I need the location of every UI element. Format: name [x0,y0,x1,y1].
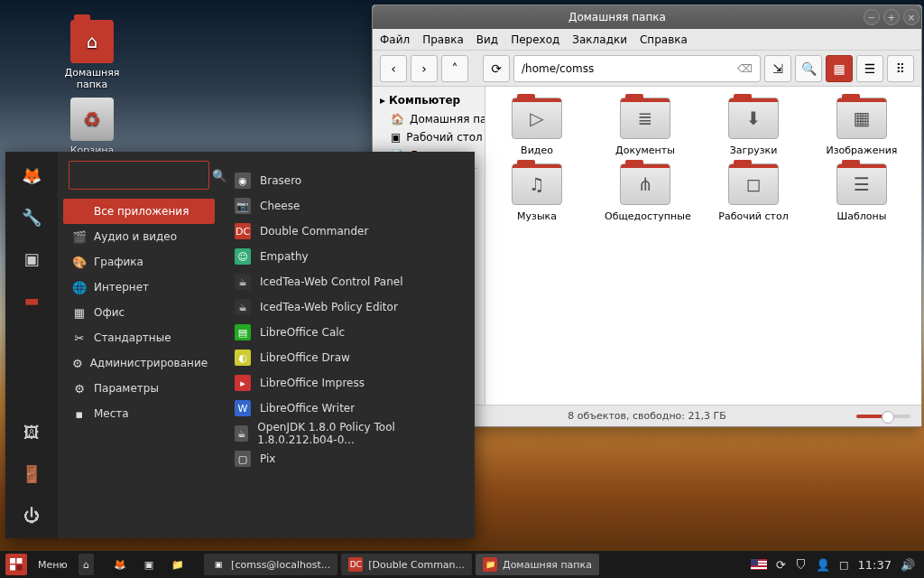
category-item[interactable]: ⚙Параметры [63,376,215,401]
taskbar-task[interactable]: ▣[comss@localhost... [204,554,337,575]
tray-network-icon[interactable]: ◻ [839,558,849,572]
app-item[interactable]: WLibreOffice Writer [226,396,469,421]
category-icon: ✂ [72,331,87,345]
folder-item[interactable]: ☰Шаблоны [821,163,902,222]
terminal-icon[interactable]: ▣ [19,246,44,271]
sidebar-item[interactable]: ▣Рабочий стол [373,128,485,146]
clear-path-icon[interactable]: ⌫ [737,62,753,75]
folder-label: Общедоступные [605,210,686,222]
menu-item[interactable]: Вид [476,33,498,46]
app-icon: ☕ [235,274,251,290]
sidebar-header-computer[interactable]: ▸ Компьютер [373,92,485,110]
app-item[interactable]: ◉Brasero [226,168,469,193]
category-item[interactable]: 🌐Интернет [63,275,215,300]
menu-item[interactable]: Файл [380,33,410,46]
desktop-trash[interactable]: Корзина [56,98,128,156]
path-bar[interactable]: /home/comss ⌫ [513,55,761,82]
desktop-home-folder[interactable]: ⌂ Домашняя папка [56,20,128,90]
close-button[interactable]: × [903,9,919,25]
icon-view-button[interactable]: ▦ [826,55,853,82]
menu-item[interactable]: Справка [640,33,688,46]
taskbar-task[interactable]: 📁Домашняя папка [476,554,599,575]
app-item[interactable]: ☕OpenJDK 1.8.0 Policy Tool 1.8.0.212.b04… [226,421,469,446]
folder-icon: ⋔ [620,163,670,205]
list-view-button[interactable]: ☰ [856,55,883,82]
category-item[interactable]: 🎨Графика [63,249,215,275]
show-desktop-button[interactable]: ⌂ [79,554,94,575]
keyboard-layout-icon[interactable] [751,559,767,570]
folder-icon: ≣ [620,98,670,139]
folder-item[interactable]: ⬇Загрузки [713,98,794,156]
app-item[interactable]: ▸LibreOffice Impress [226,370,469,396]
zoom-slider[interactable] [856,415,910,418]
folder-item[interactable]: ⋔Общедоступные [605,163,686,222]
folder-icon: ▦ [836,98,887,139]
category-item[interactable]: ▦Офис [63,300,215,325]
category-item[interactable]: ⚙Администрирование [63,350,215,376]
app-icon: ▸ [235,375,251,391]
compact-view-button[interactable]: ⠿ [887,55,914,82]
category-item[interactable]: ✂Стандартные [63,325,215,350]
window-titlebar[interactable]: Домашняя папка − + × [373,5,921,29]
file-grid[interactable]: ▷Видео≣Документы⬇Загрузки▦Изображения♫Му… [485,87,921,405]
search-button[interactable]: 🔍 [795,55,822,82]
menu-item[interactable]: Правка [422,33,464,46]
app-item[interactable]: ▤LibreOffice Calc [226,320,469,345]
folder-icon: ▷ [512,98,562,139]
taskbar-task[interactable]: DC[Double Comman... [341,554,472,575]
logout-icon[interactable]: 🚪 [19,461,44,486]
launcher-terminal[interactable]: ▣ [137,554,161,575]
app-icon: DC [235,223,251,239]
toggle-location-button[interactable]: ⇲ [764,55,791,82]
menu-label[interactable]: Меню [31,554,75,575]
app-icon: ☺ [235,248,251,265]
app-item[interactable]: ▢Pix [226,446,469,471]
firefox-icon[interactable]: 🦊 [19,163,44,188]
files-icon[interactable]: ▬ [19,287,44,312]
folder-item[interactable]: ◻Рабочий стол [713,163,794,222]
sidebar-item[interactable]: 🏠Домашняя папка [373,110,485,128]
app-item[interactable]: ☕IcedTea-Web Control Panel [226,269,469,294]
app-icon: ◉ [235,172,251,189]
category-item[interactable]: ▪Места [63,401,215,426]
folder-item[interactable]: ♫Музыка [496,163,578,222]
menu-item[interactable]: Переход [511,33,559,46]
tray-volume-icon[interactable]: 🔊 [901,558,915,572]
tray-user-icon[interactable]: 👤 [816,558,830,572]
launcher-files[interactable]: 📁 [164,554,191,575]
folder-item[interactable]: ≣Документы [605,98,686,156]
task-icon: 📁 [483,557,497,572]
reload-button[interactable]: ⟳ [483,55,510,82]
app-item[interactable]: DCDouble Commander [226,219,469,244]
category-item[interactable]: Все приложения [63,199,215,224]
folder-label: Видео [496,144,578,156]
maximize-button[interactable]: + [883,9,900,25]
app-icon: ☕ [235,299,251,315]
tray-shield-icon[interactable]: ⛉ [795,558,807,572]
category-icon: ▪ [72,406,87,421]
folder-item[interactable]: ▷Видео [496,98,578,156]
clock[interactable]: 11:37 [858,558,892,572]
status-text: 8 объектов, свободно: 21,3 ГБ [568,410,726,422]
up-button[interactable]: ˄ [441,55,468,82]
menu-item[interactable]: Закладки [572,33,627,46]
menu-button[interactable] [5,554,27,575]
favorite-app-icon[interactable]: 🖼 [19,419,44,444]
menu-search[interactable]: 🔍 [69,161,209,190]
app-item[interactable]: ◐LibreOffice Draw [226,345,469,370]
settings-icon[interactable]: 🔧 [19,204,44,229]
minimize-button[interactable]: − [864,9,880,25]
app-item[interactable]: ☕IcedTea-Web Policy Editor [226,294,469,320]
category-item[interactable]: 🎬Аудио и видео [63,224,215,249]
folder-item[interactable]: ▦Изображения [821,98,902,156]
app-icon: ▤ [235,324,251,340]
launcher-firefox[interactable]: 🦊 [106,554,134,575]
shutdown-icon[interactable]: ⏻ [19,502,44,527]
category-icon: ⚙ [72,356,83,370]
tray-update-icon[interactable]: ⟳ [776,558,786,572]
search-input[interactable] [77,169,212,182]
app-item[interactable]: ☺Empathy [226,244,469,269]
back-button[interactable]: ‹ [380,55,407,82]
forward-button[interactable]: › [411,55,438,82]
app-item[interactable]: 📷Cheese [226,193,469,219]
